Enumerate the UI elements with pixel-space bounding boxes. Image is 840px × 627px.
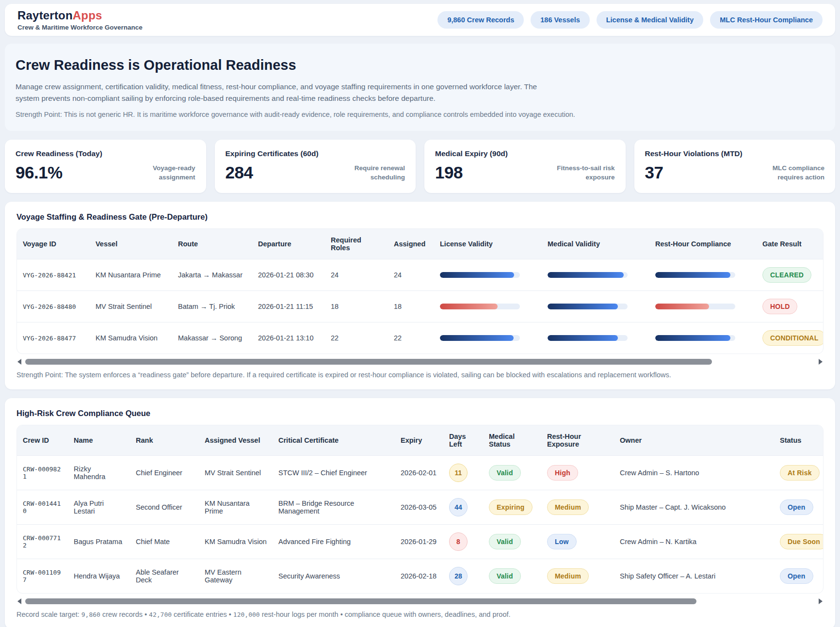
assigned-vessel-cell: MV Strait Sentinel — [199, 456, 273, 490]
assigned-vessel-cell: MV Eastern Gateway — [199, 559, 273, 594]
scroll-right-icon[interactable] — [819, 359, 823, 365]
voyage-scroll-thumb[interactable] — [25, 359, 712, 365]
license-validity-bar-track — [440, 335, 520, 341]
medical-validity-bar-track — [548, 272, 628, 278]
voyage-id-cell: VYG-2026-88421 — [17, 259, 90, 291]
record-scale-note: Record scale target: 9,860 crew records … — [16, 611, 824, 621]
rest-hour-compliance-bar-cell — [649, 322, 757, 354]
medical-status-cell: Valid — [483, 456, 541, 490]
crew-header-row: Crew IDNameRankAssigned VesselCritical C… — [17, 425, 824, 456]
hero-title: Crew Readiness is Operational Readiness — [16, 57, 824, 73]
header-badge: MLC Rest-Hour Compliance — [710, 11, 823, 29]
kpi-value-row: 198Fitness-to-sail risk exposure — [435, 163, 615, 182]
gate-result-cell: CLEARED — [757, 259, 824, 291]
kpi-value-row: 37MLC compliance requires action — [645, 163, 825, 182]
voyage-table-wrap: Voyage IDVesselRouteDepartureRequired Ro… — [16, 228, 824, 354]
status-badge: Open — [780, 568, 813, 584]
crew-column-header: Crew ID — [17, 425, 68, 456]
crew-column-header: Rank — [130, 425, 199, 456]
voyage-scroll-track[interactable] — [25, 359, 815, 365]
rest-hour-exposure-badge: Medium — [547, 499, 589, 515]
crew-column-header: Expiry — [395, 425, 443, 456]
voyage-strength-note: Strength Point: The system enforces a “r… — [16, 371, 824, 382]
assigned-cell: 22 — [388, 322, 434, 354]
medical-status-badge: Valid — [489, 568, 521, 584]
status-badge: Open — [780, 499, 813, 515]
crew-scroll-track[interactable] — [25, 598, 815, 604]
kpi-note: Require renewal scheduling — [342, 164, 405, 182]
crew-scroll-thumb[interactable] — [25, 598, 696, 604]
scroll-right-icon[interactable] — [819, 598, 823, 604]
kpi-note: Voyage-ready assignment — [132, 164, 195, 182]
rank-cell: Second Officer — [130, 490, 199, 525]
rest-hour-exposure-cell: Medium — [541, 490, 614, 525]
rest-hour-exposure-badge: High — [547, 465, 578, 481]
voyage-header-row: Voyage IDVesselRouteDepartureRequired Ro… — [17, 229, 824, 259]
crew-column-header: Critical Certificate — [273, 425, 395, 456]
required-roles-cell: 22 — [325, 322, 388, 354]
voyage-id-cell: VYG-2026-88480 — [17, 291, 90, 322]
app-subtitle: Crew & Maritime Workforce Governance — [17, 24, 143, 31]
voyage-table-row: VYG-2026-88421KM Nusantara PrimeJakarta … — [17, 259, 824, 291]
license-validity-bar-cell — [434, 322, 542, 354]
kpi-title: Expiring Certificates (60d) — [226, 149, 405, 158]
vessel-cell: KM Nusantara Prime — [90, 259, 172, 291]
route-cell: Batam → Tj. Priok — [172, 291, 252, 322]
voyage-staffing-card: Voyage Staffing & Readiness Gate (Pre-De… — [5, 202, 835, 389]
voyage-column-header: Gate Result — [757, 229, 824, 259]
record-number: 42,700 — [149, 611, 172, 618]
scroll-left-icon[interactable] — [17, 598, 21, 604]
app-logo: RaytertonApps — [17, 9, 143, 22]
kpi-value-row: 96.1%Voyage-ready assignment — [16, 163, 195, 182]
kpi-value: 37 — [645, 163, 663, 182]
assigned-vessel-cell: KM Samudra Vision — [199, 525, 273, 559]
assigned-vessel-cell: KM Nusantara Prime — [199, 490, 273, 525]
rank-cell: Chief Engineer — [130, 456, 199, 490]
voyage-column-header: License Validity — [434, 229, 542, 259]
header-badge: License & Medical Validity — [597, 11, 704, 29]
rest-hour-compliance-bar — [655, 335, 730, 341]
gate-result-badge: HOLD — [762, 299, 797, 314]
days-left-cell: 11 — [443, 456, 483, 490]
owner-cell: Crew Admin – N. Kartika — [614, 525, 774, 559]
license-validity-bar-track — [440, 272, 520, 278]
rest-hour-compliance-bar-cell — [649, 291, 757, 322]
critical-certificate-cell: Security Awareness — [273, 559, 395, 594]
crew-table-row: CRW-0014410Alya Putri LestariSecond Offi… — [17, 490, 824, 525]
rest-hour-compliance-bar-track — [655, 304, 735, 309]
voyage-table-row: VYG-2026-88477KM Samudra VisionMakassar … — [17, 322, 824, 354]
crew-name-cell: Rizky Mahendra — [68, 456, 130, 490]
critical-certificate-cell: STCW III/2 – Chief Engineer — [273, 456, 395, 490]
record-text: rest-hour logs per month • compliance qu… — [260, 611, 511, 618]
medical-validity-bar-track — [548, 304, 628, 309]
license-validity-bar-track — [440, 304, 520, 309]
voyage-column-header: Route — [172, 229, 252, 259]
kpi-title: Rest-Hour Violations (MTD) — [645, 149, 825, 158]
voyage-column-header: Departure — [252, 229, 325, 259]
voyage-table-title: Voyage Staffing & Readiness Gate (Pre-De… — [16, 212, 824, 222]
status-badge: Due Soon — [780, 534, 824, 549]
crew-column-header: Assigned Vessel — [199, 425, 273, 456]
crew-compliance-card: High-Risk Crew Compliance Queue Crew IDN… — [5, 398, 835, 627]
rest-hour-exposure-cell: High — [541, 456, 614, 490]
medical-validity-bar-cell — [542, 291, 649, 322]
crew-column-header: Owner — [614, 425, 774, 456]
crew-hscrollbar[interactable] — [17, 598, 823, 605]
voyage-table: Voyage IDVesselRouteDepartureRequired Ro… — [17, 229, 824, 354]
voyage-column-header: Assigned — [388, 229, 434, 259]
crew-name-cell: Hendra Wijaya — [68, 559, 130, 594]
scroll-left-icon[interactable] — [17, 359, 21, 365]
crew-table-row: CRW-0009821Rizky MahendraChief EngineerM… — [17, 456, 824, 490]
route-cell: Makassar → Sorong — [172, 322, 252, 354]
critical-certificate-cell: BRM – Bridge Resource Management — [273, 490, 395, 525]
crew-table: Crew IDNameRankAssigned VesselCritical C… — [17, 425, 824, 593]
gate-result-cell: HOLD — [757, 291, 824, 322]
kpi-value: 284 — [226, 163, 253, 182]
voyage-column-header: Rest-Hour Compliance — [649, 229, 757, 259]
days-left-badge: 44 — [449, 498, 468, 516]
kpi-note: MLC compliance requires action — [761, 164, 824, 182]
status-cell: Due Soon — [774, 525, 824, 559]
voyage-hscrollbar[interactable] — [17, 358, 823, 365]
status-cell: At Risk — [774, 456, 824, 490]
rest-hour-compliance-bar — [655, 272, 730, 278]
